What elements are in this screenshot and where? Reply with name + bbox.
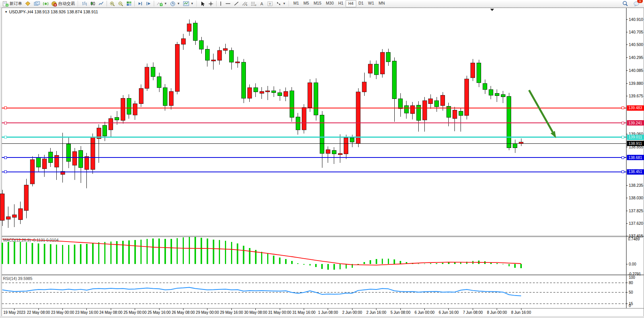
auto-scroll-icon bbox=[137, 1, 143, 6]
search-icon bbox=[622, 1, 628, 6]
tile-windows-button[interactable] bbox=[125, 0, 133, 7]
chart-wizard-icon bbox=[25, 1, 31, 6]
timeframe-m30[interactable]: M30 bbox=[324, 0, 336, 6]
profiles-icon bbox=[34, 1, 40, 6]
periods-caret-icon: ▼ bbox=[177, 2, 180, 5]
chart-dropdown-icon[interactable]: ▼ bbox=[5, 10, 8, 14]
chart-wizard-button[interactable] bbox=[24, 0, 32, 7]
zoom-in-button[interactable] bbox=[108, 0, 116, 7]
templates-icon bbox=[183, 1, 189, 6]
notifications-button[interactable]: 1 bbox=[632, 0, 641, 7]
timeframe-d1[interactable]: D1 bbox=[356, 0, 366, 6]
channel-tool[interactable]: E bbox=[241, 0, 249, 7]
timeframe-h4[interactable]: H4 bbox=[346, 0, 356, 7]
rsi-pane-area[interactable] bbox=[2, 275, 626, 308]
new-order-icon bbox=[3, 1, 8, 6]
chart-title-text: USDJPY-,H4 138.913 138.926 138.874 138.9… bbox=[9, 10, 98, 14]
templates-button[interactable]: ▼ bbox=[182, 0, 195, 7]
cursor-arrow-icon bbox=[201, 1, 205, 6]
chart-shift-icon bbox=[146, 1, 151, 6]
crosshair-icon bbox=[208, 1, 214, 6]
timeframe-m1[interactable]: M1 bbox=[291, 0, 301, 6]
price-axis[interactable] bbox=[626, 8, 644, 308]
templates-caret-icon: ▼ bbox=[191, 2, 194, 5]
timeframe-m15[interactable]: M15 bbox=[311, 0, 324, 6]
autotrade-icon bbox=[51, 1, 57, 6]
trendline-icon bbox=[234, 1, 239, 6]
line-chart-icon bbox=[99, 1, 104, 6]
timeframe-w1[interactable]: W1 bbox=[366, 0, 376, 6]
candlestick-chart-icon bbox=[90, 1, 96, 6]
arrows-tool[interactable]: ▼ bbox=[274, 0, 287, 7]
signals-button[interactable] bbox=[41, 0, 50, 7]
fibonacci-tool[interactable]: F bbox=[249, 0, 258, 7]
fibonacci-icon: F bbox=[251, 1, 257, 6]
periods-button[interactable]: ▼ bbox=[169, 0, 182, 7]
tile-windows-icon bbox=[126, 1, 132, 6]
timeframe-m5[interactable]: M5 bbox=[301, 0, 311, 6]
notification-badge: 1 bbox=[637, 0, 643, 3]
svg-text:T: T bbox=[269, 2, 271, 6]
signals-icon bbox=[43, 1, 48, 6]
trendline-tool[interactable] bbox=[232, 0, 241, 7]
label-tool[interactable]: T bbox=[266, 0, 274, 7]
chart-shift-button[interactable] bbox=[144, 0, 153, 7]
vertical-line-tool[interactable] bbox=[218, 0, 224, 7]
autotrade-label: 自动交易 bbox=[58, 1, 75, 6]
autotrade-button[interactable]: 自动交易 bbox=[50, 0, 77, 7]
macd-pane-area[interactable] bbox=[2, 237, 626, 274]
zoom-out-button[interactable] bbox=[116, 0, 125, 7]
label-icon: T bbox=[267, 1, 273, 6]
toolbar: 新订单 自动交易 ▼ ▼ ▼ E F A T ▼ M1M5M15M30H1H4D… bbox=[0, 0, 644, 8]
zoom-in-icon bbox=[110, 1, 115, 6]
auto-scroll-button[interactable] bbox=[136, 0, 144, 7]
arrows-icon bbox=[276, 1, 281, 6]
svg-text:A: A bbox=[260, 2, 263, 6]
clock-icon bbox=[170, 1, 175, 6]
timeframe-mn[interactable]: MN bbox=[376, 0, 387, 6]
macd-indicator-label: MACD(12,26,9) -0.1131 0.0104 bbox=[3, 238, 59, 242]
rsi-indicator-label: RSI(14) 39.5985 bbox=[3, 276, 32, 281]
horizontal-line-icon bbox=[225, 1, 231, 6]
bar-chart-icon bbox=[82, 1, 87, 6]
svg-text:E: E bbox=[246, 4, 247, 6]
time-axis[interactable] bbox=[2, 308, 626, 316]
timeframe-h1[interactable]: H1 bbox=[336, 0, 346, 6]
search-button[interactable] bbox=[621, 0, 630, 7]
timeframe-group: M1M5M15M30H1H4D1W1MN bbox=[291, 0, 387, 7]
chart-window-title: ▼USDJPY-,H4 138.913 138.926 138.874 138.… bbox=[5, 10, 98, 14]
indicators-button[interactable]: ▼ bbox=[155, 0, 169, 7]
bar-chart-button[interactable] bbox=[80, 0, 89, 7]
vertical-line-icon bbox=[219, 1, 222, 6]
indicators-caret-icon: ▼ bbox=[164, 2, 167, 5]
new-order-button[interactable]: 新订单 bbox=[1, 0, 24, 7]
line-chart-button[interactable] bbox=[97, 0, 105, 7]
cursor-button[interactable] bbox=[199, 0, 207, 7]
channel-icon: E bbox=[242, 1, 248, 6]
profiles-button[interactable] bbox=[32, 0, 41, 7]
new-order-label: 新订单 bbox=[10, 1, 22, 6]
text-tool[interactable]: A bbox=[258, 0, 266, 7]
main-chart-area[interactable] bbox=[2, 15, 626, 236]
zoom-out-icon bbox=[118, 1, 123, 6]
crosshair-button[interactable] bbox=[207, 0, 215, 7]
text-icon: A bbox=[260, 1, 264, 6]
candlestick-chart-button[interactable] bbox=[89, 0, 97, 7]
svg-text:F: F bbox=[255, 4, 257, 6]
horizontal-line-tool[interactable] bbox=[224, 0, 232, 7]
arrows-caret-icon: ▼ bbox=[283, 2, 286, 5]
indicators-icon bbox=[157, 1, 163, 6]
